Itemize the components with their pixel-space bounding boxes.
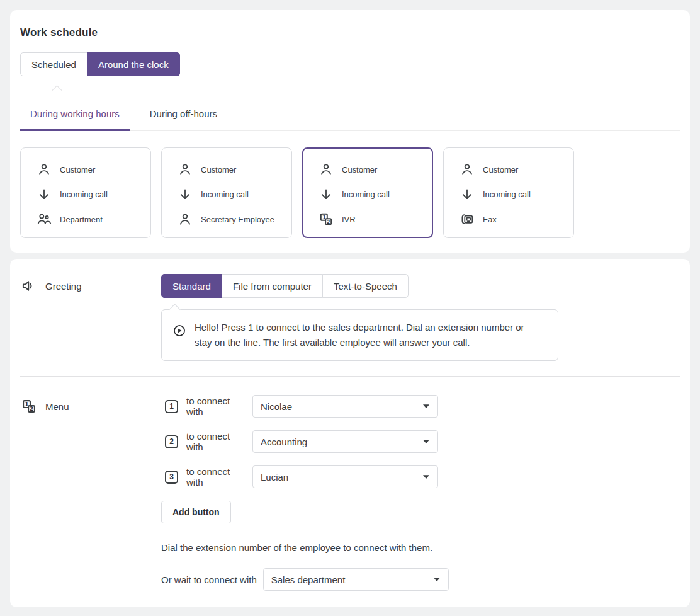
flow-step: Incoming call [177,184,284,205]
menu-label: Menu [45,401,69,412]
ivr-icon [318,211,334,227]
key-3-badge: 3 [165,471,178,484]
call-flow-options: Customer Incoming call Department Custom… [20,147,680,238]
flow-step: Customer [36,159,143,180]
flow-step-label: IVR [342,215,356,224]
key-1-badge: 1 [165,400,178,413]
flow-step: Customer [459,159,566,180]
wait-connect-value: Sales department [271,574,433,585]
page-title: Work schedule [20,26,680,39]
speaker-icon [20,277,38,295]
caret-down-icon [422,474,430,479]
menu-label-group: Menu [20,395,161,418]
wait-connect-select[interactable]: Sales department [263,568,449,591]
connect-1-value: Nicolae [261,401,422,412]
connect-3-select[interactable]: Lucian [252,465,438,488]
greeting-mode-file[interactable]: File from computer [222,274,323,298]
person-icon [318,161,334,178]
greeting-message-box: Hello! Press 1 to connect to the sales d… [161,309,558,361]
group-icon [36,211,52,227]
caret-down-icon [422,404,430,409]
greeting-mode-standard[interactable]: Standard [161,274,222,298]
flow-card-ivr-selected[interactable]: Customer Incoming call IVR [302,147,433,238]
flow-step: Department [36,208,143,230]
flow-step-label: Secretary Employee [201,215,274,224]
menu-row-3: 3 to connect with Lucian [161,465,449,488]
arrow-down-icon [318,186,334,203]
person-icon [36,161,52,178]
fax-icon [459,211,475,227]
scheduled-button[interactable]: Scheduled [20,52,88,76]
flow-step-label: Incoming call [483,190,531,199]
flow-step: Incoming call [36,184,143,205]
greeting-label-group: Greeting [20,274,161,298]
work-schedule-card: Work schedule Scheduled Around the clock… [10,10,690,253]
flow-step-label: Fax [483,215,497,224]
menu-content: 1 to connect with Nicolae 2 to connect w… [161,395,449,591]
flow-step-label: Incoming call [60,190,108,199]
toggle-divider [20,91,680,91]
arrow-down-icon [36,186,52,203]
flow-step: Secretary Employee [177,208,284,230]
person-icon [177,161,193,178]
flow-step-label: Customer [483,165,518,174]
wait-connect-label: Or wait to connect with [161,574,257,585]
flow-card-fax[interactable]: Customer Incoming call Fax [443,147,574,238]
flow-step: Customer [177,159,284,180]
caret-down-icon [422,439,430,444]
flow-step: Customer [318,159,425,180]
tab-during-off-hours[interactable]: During off-hours [140,91,227,131]
connect-with-label: to connect with [186,431,247,452]
connect-2-select[interactable]: Accounting [252,430,438,453]
flow-step-label: Customer [60,165,95,174]
person-icon [177,211,193,227]
around-the-clock-button[interactable]: Around the clock [87,52,180,76]
greeting-content: Standard File from computer Text-to-Spee… [161,274,558,361]
flow-step-label: Department [60,215,103,224]
menu-row-2: 2 to connect with Accounting [161,430,449,453]
connect-1-select[interactable]: Nicolae [252,395,438,418]
flow-step-label: Customer [342,165,377,174]
flow-step: Incoming call [459,184,566,205]
menu-section: Menu 1 to connect with Nicolae 2 to conn… [20,395,680,591]
caret-down-icon [433,577,441,582]
person-icon [459,161,475,178]
menu-row-1: 1 to connect with Nicolae [161,395,449,418]
greeting-label: Greeting [45,281,82,292]
connect-3-value: Lucian [261,472,422,482]
extension-hint-text: Dial the extension number of the employe… [161,542,449,553]
greeting-mode-tts[interactable]: Text-to-Speech [322,274,409,298]
schedule-toggle: Scheduled Around the clock [20,52,180,76]
flow-card-department[interactable]: Customer Incoming call Department [20,147,151,238]
connect-with-label: to connect with [186,466,247,488]
key-2-badge: 2 [165,435,178,448]
arrow-down-icon [459,186,475,203]
flow-step: Incoming call [318,184,425,205]
flow-step: IVR [318,208,425,230]
flow-step: Fax [459,208,566,230]
greeting-section: Greeting Standard File from computer Tex… [20,274,680,361]
bubble-tail [169,304,180,315]
flow-step-label: Incoming call [342,190,390,199]
arrow-down-icon [177,186,193,203]
connect-with-label: to connect with [186,396,247,417]
connect-2-value: Accounting [261,436,422,447]
ivr-icon [20,397,38,415]
flow-step-label: Customer [201,165,236,174]
tab-during-working-hours[interactable]: During working hours [20,91,130,131]
hours-tabs: During working hours During off-hours [20,91,680,131]
ivr-settings-card: Greeting Standard File from computer Tex… [10,259,690,607]
add-button[interactable]: Add button [161,501,231,523]
wait-connect-row: Or wait to connect with Sales department [161,568,449,591]
greeting-mode-toggle: Standard File from computer Text-to-Spee… [161,274,409,298]
section-divider [20,376,680,377]
play-circle-icon[interactable] [172,324,186,338]
flow-step-label: Incoming call [201,190,249,199]
greeting-message: Hello! Press 1 to connect to the sales d… [195,320,543,350]
flow-card-secretary[interactable]: Customer Incoming call Secretary Employe… [161,147,292,238]
